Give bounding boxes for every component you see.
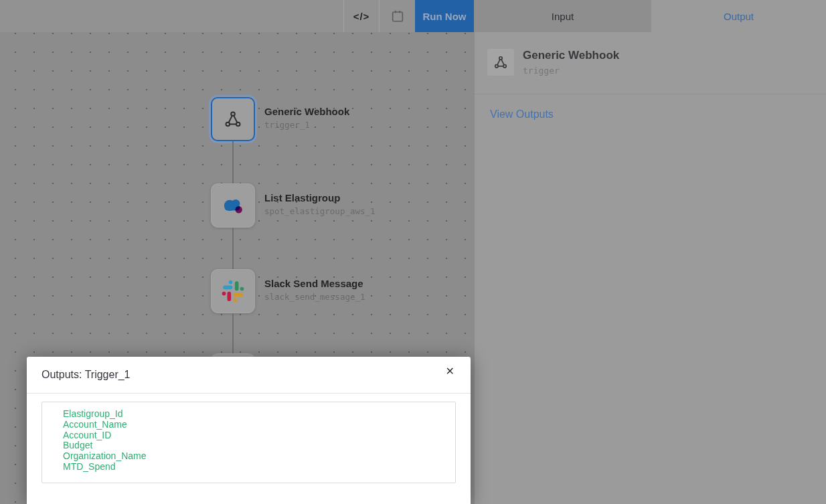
run-now-label: Run Now [423, 11, 467, 22]
node-title: Generic Webhook [264, 106, 438, 117]
close-icon[interactable]: ✕ [443, 363, 457, 380]
run-now-button[interactable]: Run Now [415, 0, 474, 32]
code-view-button[interactable]: </> [343, 0, 379, 32]
webhook-icon [224, 110, 242, 129]
output-key: Budget [63, 440, 455, 451]
node-id: spot_elastigroup_aws_1 [264, 206, 438, 216]
outputs-modal-header: Outputs: Trigger_1 ✕ [27, 357, 471, 394]
connector-1-2 [232, 141, 234, 183]
node-label-slack-send-message: Slack Send Message slack_send_message_1 [264, 278, 438, 302]
node-title: List Elastigroup [264, 192, 438, 203]
output-key: Organization_Name [63, 451, 455, 462]
node-generic-webhook[interactable] [211, 97, 255, 141]
output-key: Account_ID [63, 430, 455, 441]
code-icon: </> [353, 11, 370, 22]
view-outputs-link[interactable]: View Outputs [490, 108, 554, 120]
node-id: slack_send_message_1 [264, 292, 438, 302]
inspector-header: Generic Webhook trigger [475, 32, 826, 94]
tab-output[interactable]: Output [651, 0, 826, 32]
tab-output-label: Output [724, 11, 754, 22]
schedule-button[interactable] [379, 0, 415, 32]
tab-input[interactable]: Input [474, 0, 651, 32]
workflow-editor-app: </> Run Now Input Output [0, 0, 826, 504]
outputs-list-box: Elastigroup_Id Account_Name Account_ID B… [42, 402, 456, 483]
node-list-elastigroup[interactable] [211, 183, 255, 228]
connector-2-3 [232, 228, 234, 269]
inspector-subtitle: trigger [523, 66, 560, 76]
outputs-modal: Outputs: Trigger_1 ✕ Elastigroup_Id Acco… [27, 357, 471, 504]
output-inspector-panel: Generic Webhook trigger View Outputs [474, 32, 826, 504]
webhook-icon [493, 55, 508, 70]
output-key: Elastigroup_Id [63, 409, 455, 420]
calendar-icon [390, 9, 405, 23]
inspector-node-tile [487, 49, 514, 76]
slack-icon [222, 280, 244, 303]
toolbar-left-section: </> Run Now [0, 0, 474, 32]
output-key: MTD_Spend [63, 462, 455, 473]
tab-input-label: Input [552, 11, 574, 22]
spot-cloud-icon [219, 193, 247, 218]
outputs-modal-body: Elastigroup_Id Account_Name Account_ID B… [27, 394, 471, 483]
inspector-title: Generic Webhook [523, 49, 619, 62]
output-key: Account_Name [63, 420, 455, 430]
node-slack-send-message[interactable] [211, 269, 255, 313]
node-label-list-elastigroup: List Elastigroup spot_elastigroup_aws_1 [264, 192, 438, 216]
outputs-modal-title: Outputs: Trigger_1 [42, 369, 131, 381]
node-label-generic-webhook: Generic Webhook trigger_1 [264, 106, 438, 130]
node-id: trigger_1 [264, 120, 438, 130]
top-toolbar: </> Run Now Input Output [0, 0, 826, 32]
node-title: Slack Send Message [264, 278, 438, 289]
connector-3-4 [232, 313, 234, 353]
